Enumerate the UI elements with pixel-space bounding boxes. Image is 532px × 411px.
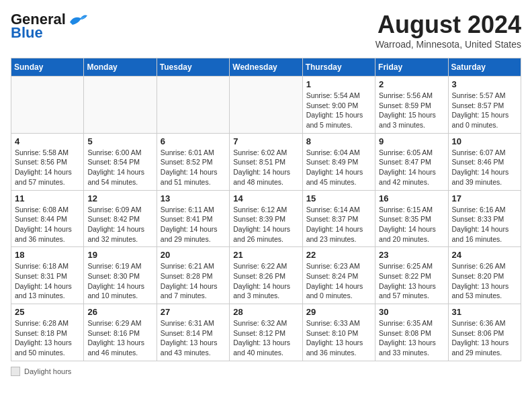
footer-note: Daylight hours <box>11 367 521 376</box>
logo-bird-icon <box>67 13 89 28</box>
day-info: Sunrise: 6:19 AMSunset: 8:30 PMDaylight:… <box>87 261 152 301</box>
day-number: 12 <box>87 193 152 203</box>
day-cell: 10Sunrise: 6:07 AMSunset: 8:46 PMDayligh… <box>448 133 521 190</box>
weekday-sunday: Sunday <box>11 58 84 77</box>
day-cell: 29Sunrise: 6:33 AMSunset: 8:10 PMDayligh… <box>302 304 375 361</box>
day-cell: 19Sunrise: 6:19 AMSunset: 8:30 PMDayligh… <box>84 247 157 304</box>
day-info: Sunrise: 6:01 AMSunset: 8:52 PMDaylight:… <box>161 148 226 187</box>
day-number: 9 <box>379 136 444 146</box>
weekday-thursday: Thursday <box>302 58 375 77</box>
day-number: 6 <box>161 136 226 146</box>
day-number: 31 <box>452 307 517 317</box>
day-info: Sunrise: 6:32 AMSunset: 8:12 PMDaylight:… <box>233 318 298 358</box>
day-cell: 9Sunrise: 6:05 AMSunset: 8:47 PMDaylight… <box>375 133 448 190</box>
month-title: August 2024 <box>375 11 521 39</box>
day-cell: 27Sunrise: 6:31 AMSunset: 8:14 PMDayligh… <box>157 304 229 361</box>
day-cell: 14Sunrise: 6:12 AMSunset: 8:39 PMDayligh… <box>230 190 302 247</box>
day-cell: 7Sunrise: 6:02 AMSunset: 8:51 PMDaylight… <box>230 133 302 190</box>
day-cell <box>230 77 302 134</box>
day-info: Sunrise: 6:16 AMSunset: 8:33 PMDaylight:… <box>452 205 517 244</box>
week-row-2: 4Sunrise: 5:58 AMSunset: 8:56 PMDaylight… <box>11 133 521 190</box>
day-number: 22 <box>306 250 371 260</box>
calendar: SundayMondayTuesdayWednesdayThursdayFrid… <box>11 58 521 361</box>
day-cell: 17Sunrise: 6:16 AMSunset: 8:33 PMDayligh… <box>448 190 521 247</box>
logo-blue: Blue <box>11 24 43 42</box>
weekday-wednesday: Wednesday <box>230 58 302 77</box>
location: Warroad, Minnesota, United States <box>375 39 521 50</box>
day-info: Sunrise: 6:07 AMSunset: 8:46 PMDaylight:… <box>452 148 517 187</box>
weekday-friday: Friday <box>375 58 448 77</box>
day-cell <box>157 77 229 134</box>
day-info: Sunrise: 5:58 AMSunset: 8:56 PMDaylight:… <box>15 148 80 187</box>
day-number: 2 <box>379 79 444 89</box>
weekday-saturday: Saturday <box>448 58 521 77</box>
day-info: Sunrise: 6:12 AMSunset: 8:39 PMDaylight:… <box>233 205 298 244</box>
day-cell: 15Sunrise: 6:14 AMSunset: 8:37 PMDayligh… <box>302 190 375 247</box>
day-cell: 4Sunrise: 5:58 AMSunset: 8:56 PMDaylight… <box>11 133 84 190</box>
day-number: 16 <box>379 193 444 203</box>
day-info: Sunrise: 6:22 AMSunset: 8:26 PMDaylight:… <box>233 261 298 301</box>
day-cell: 24Sunrise: 6:26 AMSunset: 8:20 PMDayligh… <box>448 247 521 304</box>
day-number: 28 <box>233 307 298 317</box>
week-row-1: 1Sunrise: 5:54 AMSunset: 9:00 PMDaylight… <box>11 77 521 134</box>
day-number: 8 <box>306 136 371 146</box>
day-cell: 23Sunrise: 6:25 AMSunset: 8:22 PMDayligh… <box>375 247 448 304</box>
day-number: 30 <box>379 307 444 317</box>
day-info: Sunrise: 5:56 AMSunset: 8:59 PMDaylight:… <box>379 91 444 130</box>
day-info: Sunrise: 6:26 AMSunset: 8:20 PMDaylight:… <box>452 261 517 301</box>
day-cell: 20Sunrise: 6:21 AMSunset: 8:28 PMDayligh… <box>157 247 229 304</box>
day-cell: 1Sunrise: 5:54 AMSunset: 9:00 PMDaylight… <box>302 77 375 134</box>
day-number: 13 <box>161 193 226 203</box>
day-info: Sunrise: 6:31 AMSunset: 8:14 PMDaylight:… <box>161 318 226 358</box>
day-number: 7 <box>233 136 298 146</box>
day-info: Sunrise: 6:21 AMSunset: 8:28 PMDaylight:… <box>161 261 226 301</box>
day-cell: 2Sunrise: 5:56 AMSunset: 8:59 PMDaylight… <box>375 77 448 134</box>
day-info: Sunrise: 6:02 AMSunset: 8:51 PMDaylight:… <box>233 148 298 187</box>
footer-box-icon <box>11 367 20 376</box>
day-cell: 25Sunrise: 6:28 AMSunset: 8:18 PMDayligh… <box>11 304 84 361</box>
day-cell <box>11 77 84 134</box>
day-number: 11 <box>15 193 80 203</box>
day-info: Sunrise: 6:08 AMSunset: 8:44 PMDaylight:… <box>15 205 80 244</box>
day-number: 29 <box>306 307 371 317</box>
day-cell: 11Sunrise: 6:08 AMSunset: 8:44 PMDayligh… <box>11 190 84 247</box>
weekday-header-row: SundayMondayTuesdayWednesdayThursdayFrid… <box>11 58 521 77</box>
day-cell: 30Sunrise: 6:35 AMSunset: 8:08 PMDayligh… <box>375 304 448 361</box>
day-info: Sunrise: 6:33 AMSunset: 8:10 PMDaylight:… <box>306 318 371 358</box>
day-info: Sunrise: 6:23 AMSunset: 8:24 PMDaylight:… <box>306 261 371 301</box>
logo: General Blue <box>11 11 89 42</box>
day-info: Sunrise: 6:28 AMSunset: 8:18 PMDaylight:… <box>15 318 80 358</box>
day-number: 5 <box>87 136 152 146</box>
day-number: 26 <box>87 307 152 317</box>
day-number: 25 <box>15 307 80 317</box>
day-number: 10 <box>452 136 517 146</box>
day-cell: 13Sunrise: 6:11 AMSunset: 8:41 PMDayligh… <box>157 190 229 247</box>
footer-label: Daylight hours <box>24 367 71 375</box>
day-cell: 22Sunrise: 6:23 AMSunset: 8:24 PMDayligh… <box>302 247 375 304</box>
day-info: Sunrise: 6:04 AMSunset: 8:49 PMDaylight:… <box>306 148 371 187</box>
week-row-3: 11Sunrise: 6:08 AMSunset: 8:44 PMDayligh… <box>11 190 521 247</box>
week-row-4: 18Sunrise: 6:18 AMSunset: 8:31 PMDayligh… <box>11 247 521 304</box>
day-cell: 5Sunrise: 6:00 AMSunset: 8:54 PMDaylight… <box>84 133 157 190</box>
day-number: 17 <box>452 193 517 203</box>
day-number: 1 <box>306 79 371 89</box>
day-cell: 21Sunrise: 6:22 AMSunset: 8:26 PMDayligh… <box>230 247 302 304</box>
day-info: Sunrise: 5:57 AMSunset: 8:57 PMDaylight:… <box>452 91 517 130</box>
weekday-tuesday: Tuesday <box>157 58 229 77</box>
day-cell <box>84 77 157 134</box>
day-number: 20 <box>161 250 226 260</box>
weekday-monday: Monday <box>84 58 157 77</box>
day-info: Sunrise: 6:09 AMSunset: 8:42 PMDaylight:… <box>87 205 152 244</box>
day-cell: 31Sunrise: 6:36 AMSunset: 8:06 PMDayligh… <box>448 304 521 361</box>
header: General Blue August 2024 Warroad, Minnes… <box>11 11 521 50</box>
day-info: Sunrise: 6:00 AMSunset: 8:54 PMDaylight:… <box>87 148 152 187</box>
day-number: 4 <box>15 136 80 146</box>
day-cell: 26Sunrise: 6:29 AMSunset: 8:16 PMDayligh… <box>84 304 157 361</box>
day-cell: 8Sunrise: 6:04 AMSunset: 8:49 PMDaylight… <box>302 133 375 190</box>
day-info: Sunrise: 6:14 AMSunset: 8:37 PMDaylight:… <box>306 205 371 244</box>
footer: Daylight hours <box>11 367 521 376</box>
day-number: 19 <box>87 250 152 260</box>
day-cell: 18Sunrise: 6:18 AMSunset: 8:31 PMDayligh… <box>11 247 84 304</box>
day-number: 18 <box>15 250 80 260</box>
day-info: Sunrise: 6:11 AMSunset: 8:41 PMDaylight:… <box>161 205 226 244</box>
